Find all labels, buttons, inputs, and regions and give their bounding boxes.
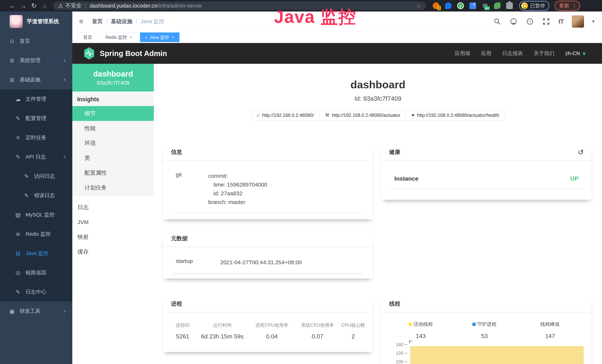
user-menu-caret-icon[interactable]: ▾ (592, 19, 595, 24)
sba-item-config-props[interactable]: 配置属性 (72, 165, 154, 180)
metadata-card-body: startup 2021-04-27T00:44:31.254+08:00 (163, 247, 373, 274)
help-icon[interactable]: ? (526, 17, 534, 26)
sba-item-scheduled-tasks[interactable]: 计划任务 (72, 180, 154, 195)
chevron-up-icon: ∧ (63, 154, 66, 159)
chrome-update-button[interactable]: 更新 ⋮ (555, 1, 580, 11)
history-icon[interactable]: ↺ (578, 148, 584, 156)
sba-item-classes[interactable]: 类 (72, 150, 154, 165)
extension-grid-icon[interactable] (469, 2, 476, 9)
legend-item-daemon: 守护进程 (455, 321, 514, 327)
extension-leaf-icon[interactable] (494, 2, 501, 9)
instance-links: ⌂ http://192.168.0.2:48080/ ⚒ http://192… (154, 110, 602, 120)
cpu-cores-value: 2 (339, 333, 367, 340)
browser-back-icon[interactable]: ← (7, 2, 18, 10)
sba-instance-header[interactable]: dashboard 93a3fc7f7409 (72, 64, 154, 92)
sba-navbar: Spring Boot Admin 应用墙 应用 日志报表 关于我们 zh-CN… (72, 43, 602, 64)
extension-icon[interactable]: y (457, 2, 464, 9)
font-size-icon[interactable]: tT (559, 18, 564, 25)
extensions-puzzle-icon[interactable] (506, 2, 513, 9)
search-icon[interactable] (493, 17, 501, 26)
extension-icon[interactable]: on (482, 2, 488, 9)
sba-locale-select[interactable]: zh-CN ∨ (565, 50, 586, 56)
sba-item-metrics[interactable]: 性能 (72, 121, 154, 136)
sba-item-logs[interactable]: 日志 (72, 200, 154, 215)
sidebar-item-java-monitor[interactable]: ⊟ Java 监控 (0, 244, 72, 263)
log-icon: ✎ (14, 154, 22, 160)
sidebar-item-api-log[interactable]: ✎ API 日志 ∧ (0, 147, 72, 167)
tab-java-monitor[interactable]: ● Java 监控 × (140, 32, 180, 42)
tab-redis-monitor[interactable]: Redis 监控 × (100, 32, 137, 42)
svg-text:?: ? (529, 20, 531, 23)
sba-nav-applications[interactable]: 应用 (481, 50, 492, 57)
home-icon: ⌂ (257, 112, 259, 118)
sidebar-item-home[interactable]: ⊙ 首页 (0, 32, 72, 51)
sidebar-item-redis-monitor[interactable]: ≋ Redis 监控 (0, 224, 72, 244)
threads-card-header: 线程 (381, 296, 591, 312)
page-title: dashboard (154, 78, 602, 91)
service-url-button[interactable]: ⌂ http://192.168.0.2:48080/ (251, 110, 320, 120)
sba-body: dashboard 93a3fc7f7409 Insights 细节 性能 环境… (72, 64, 602, 364)
column-header: 进程CPU使用率 (248, 322, 296, 328)
sba-item-environment[interactable]: 环境 (72, 136, 154, 150)
sidebar-item-config-manage[interactable]: ✎ 配置管理 (0, 109, 72, 128)
browser-menu-kebab-icon[interactable]: ⋮ (572, 3, 577, 9)
health-url-button[interactable]: ♥ http://192.168.0.2:48080/actuator/heal… (406, 110, 505, 120)
health-instance-label: Instance (394, 175, 419, 182)
sidebar-item-tracing[interactable]: ◎ 链路追踪 (0, 263, 72, 282)
daemon-threads-value: 53 (455, 333, 514, 340)
sidebar-item-error-log[interactable]: ✎ 错误日志 (0, 186, 72, 205)
sidebar-item-infra[interactable]: ⊞ 基础设施 ∧ (0, 70, 72, 89)
y-axis-tick (405, 344, 407, 345)
app-logo-row[interactable]: 芋道管理系统 (0, 11, 72, 32)
sidebar-item-mysql-monitor[interactable]: ▤ MySQL 监控 (0, 205, 72, 224)
tab-home[interactable]: 首页 (78, 32, 97, 42)
breadcrumb-infra[interactable]: 基础设施 (111, 18, 132, 25)
sidebar-item-dev-tools[interactable]: ▣ 研发工具 ∨ (0, 301, 72, 321)
sidebar-item-scheduled-jobs[interactable]: ≡ 定时任务 (0, 128, 72, 147)
profile-paused-badge[interactable]: 已暂停 (519, 1, 549, 11)
sba-nav-journal[interactable]: 日志报表 (502, 50, 523, 57)
redis-icon: ≋ (14, 231, 22, 237)
sba-item-details[interactable]: 细节 (72, 106, 154, 121)
sidebar-item-log-center[interactable]: ✎ 日志中心 (0, 282, 72, 301)
user-avatar[interactable] (572, 15, 584, 28)
table-row[interactable]: Instance UP (389, 175, 584, 189)
admin-sidebar: 芋道管理系统 ⊙ 首页 ⚙ 系统管理 ∨ ⊞ 基础设施 ∧ ☁ 文件管理 ✎ 配… (0, 11, 72, 364)
close-icon[interactable]: × (129, 35, 132, 40)
infra-submenu: ☁ 文件管理 ✎ 配置管理 ≡ 定时任务 ✎ API 日志 ∧ ✎ 访问日志 ✎ (0, 89, 72, 301)
locale-label: zh-CN (565, 50, 580, 56)
sba-item-jvm[interactable]: JVM (72, 215, 154, 230)
actuator-url-button[interactable]: ⚒ http://192.168.0.2:48080/actuator (319, 110, 406, 120)
breadcrumb-home[interactable]: 首页 (92, 18, 103, 25)
sidebar-item-file-manage[interactable]: ☁ 文件管理 (0, 89, 72, 109)
browser-reload-icon[interactable]: ↻ (29, 2, 39, 10)
sba-item-caches[interactable]: 缓存 (72, 244, 154, 259)
sidebar-item-access-log[interactable]: ✎ 访问日志 (0, 167, 72, 186)
sidebar-collapse-icon[interactable]: ≡ (76, 17, 87, 26)
extension-icon[interactable]: 1 (433, 2, 439, 9)
sba-brand[interactable]: Spring Boot Admin (83, 47, 167, 60)
service-url: http://192.168.0.2:48080/ (262, 113, 314, 118)
extension-pin-icon[interactable] (445, 2, 452, 9)
column-header: 进程ID (169, 322, 196, 328)
sba-item-mappings[interactable]: 映射 (72, 230, 154, 244)
main-column: ≡ 首页 / 基础设施 / Java 监控 ? tT (72, 11, 602, 364)
sba-nav-wallboard[interactable]: 应用墙 (455, 50, 470, 57)
browser-forward-icon[interactable]: → (18, 2, 29, 10)
table-header-row: 进程ID 运行时间 进程CPU使用率 系统CPU使用率 CPU核心数 (169, 322, 367, 328)
address-bar[interactable]: ⚠ 不安全 | dashboard.yudao.iocoder.cn /infr… (54, 1, 426, 10)
fullscreen-icon[interactable] (542, 17, 550, 26)
browser-home-icon[interactable]: ⌂ (39, 2, 50, 10)
dashboard-icon: ⊙ (8, 38, 16, 44)
sba-nav-about[interactable]: 关于我们 (534, 50, 555, 57)
monitor-icon: ⊞ (8, 76, 16, 83)
github-icon[interactable] (509, 17, 518, 26)
sidebar-item-label: Redis 监控 (26, 230, 51, 237)
chevron-up-icon: ∧ (63, 77, 66, 82)
sidebar-item-system[interactable]: ⚙ 系统管理 ∨ (0, 51, 72, 70)
bookmark-star-icon[interactable]: ☆ (416, 2, 421, 9)
address-divider: | (85, 3, 86, 9)
breadcrumb-separator: / (136, 18, 137, 24)
column-header: 运行时间 (196, 322, 248, 328)
close-icon[interactable]: × (172, 35, 174, 40)
